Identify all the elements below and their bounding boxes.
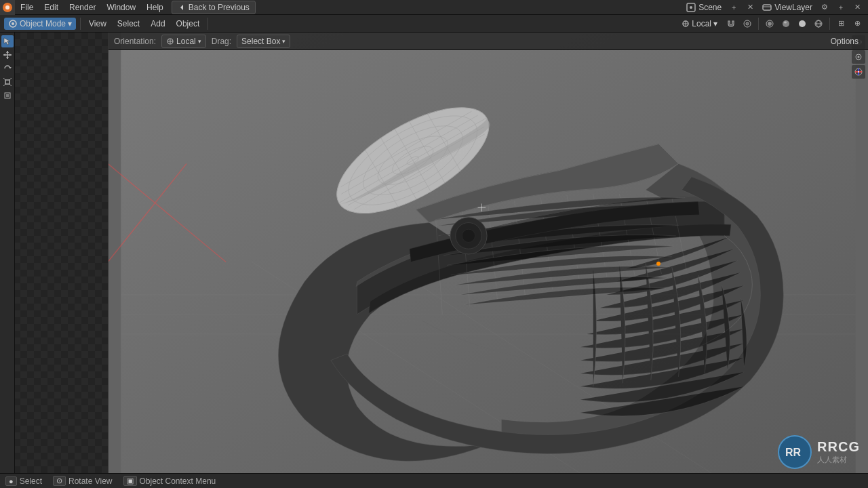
snap-magnet-icon[interactable] bbox=[724, 17, 738, 30]
local-dropdown[interactable]: Local ▾ bbox=[677, 18, 722, 30]
svg-point-18 bbox=[784, 21, 787, 23]
watermark: RR RRCG 人人素材 bbox=[778, 435, 860, 469]
select-button[interactable]: Select bbox=[113, 18, 144, 30]
drag-label: Drag: bbox=[212, 37, 231, 46]
watermark-rrcg: RRCG bbox=[817, 439, 860, 455]
material-preview-icon[interactable] bbox=[779, 17, 793, 30]
transform2-icon bbox=[3, 91, 12, 100]
object-prop-icon[interactable] bbox=[852, 50, 865, 64]
local-orientation-dropdown[interactable]: Local ▾ bbox=[161, 35, 206, 48]
options-bar: Orientation: Local ▾ Drag: Select Box ▾ … bbox=[108, 33, 868, 50]
status-select: ● Select bbox=[5, 476, 42, 486]
svg-rect-34 bbox=[5, 80, 9, 84]
svg-marker-31 bbox=[3, 54, 5, 56]
prop-edit-icon-svg bbox=[743, 19, 752, 28]
menu-help[interactable]: Help bbox=[141, 0, 169, 14]
gizmo-svg bbox=[854, 67, 863, 77]
svg-text:RR: RR bbox=[785, 447, 802, 458]
context-label: Object Context Menu bbox=[140, 476, 216, 486]
rotate-key-icon: ⊙ bbox=[53, 476, 66, 486]
tool-transform[interactable] bbox=[1, 89, 14, 102]
3d-scene bbox=[108, 33, 868, 473]
solid-view-icon[interactable] bbox=[795, 17, 809, 30]
svg-point-19 bbox=[799, 20, 806, 27]
svg-marker-26 bbox=[4, 38, 10, 45]
options-button[interactable]: Options bbox=[827, 35, 863, 47]
magnet-icon-svg bbox=[726, 19, 736, 28]
scene-icon bbox=[686, 3, 696, 12]
toolbar-sep-1 bbox=[80, 18, 81, 30]
context-key-icon: ▣ bbox=[123, 476, 137, 486]
render-icon-svg bbox=[765, 19, 774, 28]
wireframe-icon[interactable] bbox=[812, 17, 825, 30]
left-sidebar bbox=[0, 33, 15, 473]
select-label: Select bbox=[20, 476, 42, 486]
material-icon-svg bbox=[781, 19, 791, 28]
rotate-label: Rotate View bbox=[68, 476, 112, 486]
svg-marker-2 bbox=[180, 5, 183, 10]
tool-select[interactable] bbox=[1, 35, 14, 47]
blender-logo bbox=[0, 0, 15, 15]
viewlayer-remove-icon[interactable]: ✕ bbox=[850, 1, 864, 14]
tool-move[interactable] bbox=[1, 49, 14, 61]
solid-icon-svg bbox=[797, 19, 807, 28]
viewlayer-selector[interactable]: ViewLayer bbox=[760, 3, 815, 12]
viewport-render-icon[interactable] bbox=[763, 17, 776, 30]
svg-line-38 bbox=[9, 84, 12, 86]
scene-remove-icon[interactable]: ✕ bbox=[743, 1, 757, 14]
select-key-icon: ● bbox=[5, 476, 17, 486]
top-menu-bar: File Edit Render Window Help Back to Pre… bbox=[0, 0, 868, 15]
object-button[interactable]: Object bbox=[172, 18, 204, 30]
menu-window[interactable]: Window bbox=[101, 0, 141, 14]
svg-point-14 bbox=[747, 23, 748, 24]
toolbar-right-cluster: Local ▾ bbox=[677, 17, 864, 30]
svg-point-75 bbox=[462, 229, 475, 242]
watermark-logo-circle: RR bbox=[778, 435, 812, 469]
gizmo-nav-icon[interactable] bbox=[852, 65, 865, 79]
orange-dot-indicator bbox=[656, 262, 660, 266]
object-mode-button[interactable]: Object Mode ▾ bbox=[4, 18, 76, 30]
obj-prop-svg bbox=[854, 53, 863, 61]
proportional-edit-icon[interactable] bbox=[741, 17, 754, 30]
view-button[interactable]: View bbox=[85, 18, 111, 30]
top-right-cluster: Scene + ✕ ViewLayer ⚙ + ✕ bbox=[684, 1, 868, 14]
viewport[interactable] bbox=[108, 33, 868, 473]
svg-line-36 bbox=[9, 78, 12, 80]
svg-line-37 bbox=[3, 84, 5, 86]
gizmo-toggle-icon[interactable]: ⊕ bbox=[850, 17, 864, 30]
svg-point-8 bbox=[12, 22, 14, 25]
toolbar-sep-4 bbox=[829, 18, 830, 30]
menu-file[interactable]: File bbox=[15, 0, 39, 14]
svg-rect-40 bbox=[6, 94, 9, 97]
svg-rect-5 bbox=[763, 5, 771, 10]
status-bar: ● Select ⊙ Rotate View ▣ Object Context … bbox=[0, 473, 868, 488]
toolbar-sep-3 bbox=[758, 18, 759, 30]
select-box-dropdown[interactable]: Select Box ▾ bbox=[237, 35, 290, 48]
tool-scale[interactable] bbox=[1, 76, 14, 88]
main-toolbar: Object Mode ▾ View Select Add Object Loc… bbox=[0, 15, 868, 33]
overlay-toggle-icon[interactable]: ⊞ bbox=[834, 17, 848, 30]
viewlayer-add-icon[interactable]: + bbox=[834, 1, 848, 14]
svg-marker-32 bbox=[9, 54, 12, 56]
back-to-previous-button[interactable]: Back to Previous bbox=[172, 1, 256, 14]
cursor-icon bbox=[3, 37, 12, 46]
back-arrow-icon bbox=[178, 3, 186, 12]
move-icon bbox=[3, 50, 12, 60]
svg-point-87 bbox=[858, 71, 859, 73]
svg-point-4 bbox=[690, 6, 692, 9]
tool-rotate[interactable] bbox=[1, 62, 14, 75]
options-right: Options bbox=[827, 35, 863, 47]
viewlayer-icon bbox=[762, 3, 772, 12]
viewlayer-settings-icon[interactable]: ⚙ bbox=[818, 1, 831, 14]
scene-add-icon[interactable]: + bbox=[727, 1, 741, 14]
add-button[interactable]: Add bbox=[146, 18, 169, 30]
wireframe-icon-svg bbox=[814, 19, 823, 28]
svg-point-1 bbox=[5, 5, 9, 9]
scene-selector[interactable]: Scene bbox=[684, 3, 724, 12]
watermark-logo-svg: RR bbox=[783, 440, 807, 464]
menu-edit[interactable]: Edit bbox=[39, 0, 64, 14]
menu-render[interactable]: Render bbox=[64, 0, 101, 14]
status-rotate: ⊙ Rotate View bbox=[53, 476, 112, 486]
rotate-icon bbox=[3, 64, 12, 73]
svg-line-35 bbox=[3, 78, 5, 80]
